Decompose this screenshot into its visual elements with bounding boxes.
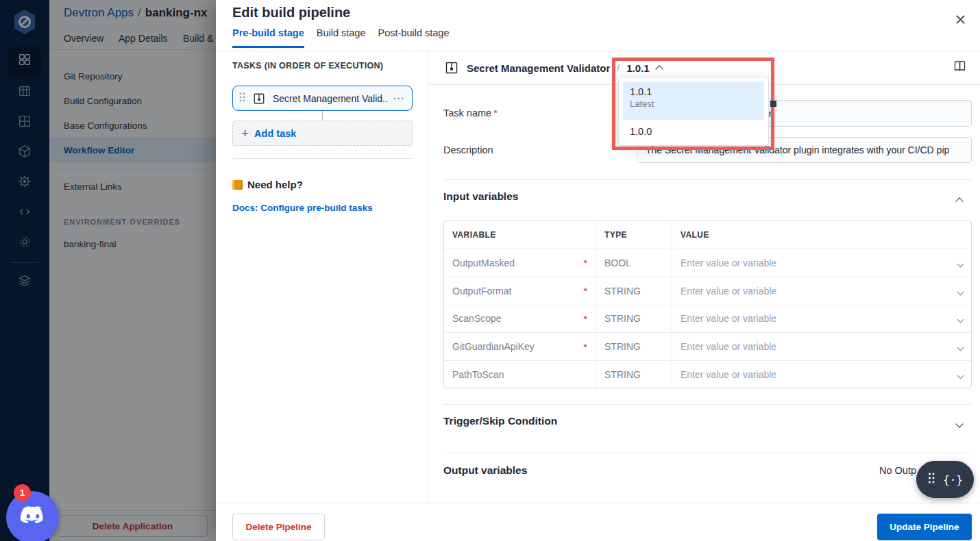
value-select[interactable]: Enter value or variable	[672, 360, 971, 388]
table-row-type: STRING	[596, 332, 672, 360]
edit-build-pipeline-drawer: Edit build pipeline Pre-build stage Buil…	[216, 0, 980, 541]
table-row-variable: ScanScope*	[444, 305, 596, 333]
task-menu-icon[interactable]: ···	[393, 93, 405, 104]
discord-notification-badge: 1	[14, 484, 31, 501]
table-row-variable: OutputMasked*	[444, 249, 596, 277]
need-help-heading: Need help?	[232, 179, 303, 190]
chevron-down-icon	[958, 286, 963, 297]
drag-handle-icon[interactable]	[238, 92, 245, 105]
input-variables-heading: Input variables	[443, 190, 518, 203]
latest-tag: Latest	[630, 99, 757, 109]
tasks-heading: TASKS (IN ORDER OF EXECUTION)	[232, 61, 383, 71]
no-output-text: No Outp	[879, 465, 916, 476]
stage-tab-bar: Pre-build stage Build stage Post-build s…	[232, 27, 449, 48]
plus-icon: +	[241, 127, 249, 140]
chevron-down-icon	[958, 257, 963, 268]
plugin-name: Secret Management Validator	[467, 62, 610, 74]
orange-book-icon	[232, 180, 243, 190]
section-divider	[443, 179, 972, 180]
update-pipeline-button[interactable]: Update Pipeline	[877, 514, 972, 540]
discord-icon	[17, 504, 49, 531]
task-name-label: Task name*	[443, 108, 498, 118]
delete-pipeline-button[interactable]: Delete Pipeline	[232, 514, 325, 540]
expand-trigger-condition-chevron[interactable]	[957, 417, 962, 429]
chevron-down-icon	[958, 313, 963, 324]
tasks-divider	[232, 158, 413, 159]
close-icon[interactable]	[951, 10, 970, 29]
column-header-value: VALUE	[672, 221, 971, 249]
chevron-down-icon	[958, 369, 963, 380]
table-row-type: BOOL	[596, 249, 672, 277]
drag-handle-icon[interactable]	[927, 472, 935, 487]
task-connector-line	[322, 111, 323, 121]
collapse-input-variables-chevron[interactable]	[957, 194, 962, 207]
scoped-variables-widget[interactable]: {·}	[916, 461, 974, 498]
task-card-label: Secret Management Valid...	[273, 93, 388, 104]
tab-pre-build-stage[interactable]: Pre-build stage	[232, 27, 304, 48]
tasks-panel: TASKS (IN ORDER OF EXECUTION) Secret Man…	[216, 51, 428, 503]
table-row-variable: OutputFormat*	[444, 277, 596, 305]
docs-book-icon[interactable]	[951, 58, 968, 74]
add-task-button[interactable]: + Add task	[232, 121, 413, 146]
value-select[interactable]: Enter value or variable	[672, 332, 971, 360]
version-selector[interactable]: 1.0.1	[626, 62, 649, 74]
table-row-variable: PathToScan	[444, 360, 596, 388]
plugin-icon	[443, 60, 460, 76]
version-dropdown: 1.0.1 Latest 1.0.0	[618, 77, 769, 146]
braces-icon: {·}	[943, 473, 963, 486]
version-option-1-0-1[interactable]: 1.0.1 Latest	[623, 81, 764, 120]
column-header-type: TYPE	[596, 221, 672, 249]
chevron-up-icon[interactable]	[655, 65, 663, 73]
section-divider	[443, 404, 972, 405]
plugin-icon	[251, 90, 267, 107]
drawer-title: Edit build pipeline	[232, 5, 350, 21]
output-variables-heading: Output variables	[443, 464, 527, 477]
table-row-type: STRING	[596, 277, 672, 305]
version-option-1-0-0[interactable]: 1.0.0	[623, 120, 764, 142]
trigger-condition-heading: Trigger/Skip Condition	[443, 415, 557, 427]
screen: Devtron Apps/banking-nx Overview App Det…	[0, 0, 980, 541]
table-row-type: STRING	[596, 360, 672, 388]
description-label: Description	[443, 144, 493, 155]
add-task-label: Add task	[254, 128, 296, 139]
tab-build-stage[interactable]: Build stage	[317, 27, 366, 48]
input-variables-table: VARIABLE TYPE VALUE OutputMasked* BOOL E…	[443, 221, 972, 388]
docs-link[interactable]: Docs: Configure pre-build tasks	[232, 203, 373, 213]
task-card[interactable]: Secret Management Valid... ···	[232, 86, 413, 111]
value-select[interactable]: Enter value or variable	[672, 305, 971, 333]
section-divider	[443, 453, 972, 453]
value-select[interactable]: Enter value or variable	[672, 277, 971, 305]
chevron-down-icon	[958, 341, 963, 352]
table-row-variable: GitGuardianApiKey*	[444, 332, 596, 360]
drawer-footer: Delete Pipeline Update Pipeline	[216, 503, 980, 541]
discord-widget-button[interactable]	[6, 491, 59, 541]
column-header-variable: VARIABLE	[444, 221, 596, 249]
table-row-type: STRING	[596, 305, 672, 333]
tab-post-build-stage[interactable]: Post-build stage	[378, 27, 450, 48]
value-select[interactable]: Enter value or variable	[672, 249, 971, 277]
